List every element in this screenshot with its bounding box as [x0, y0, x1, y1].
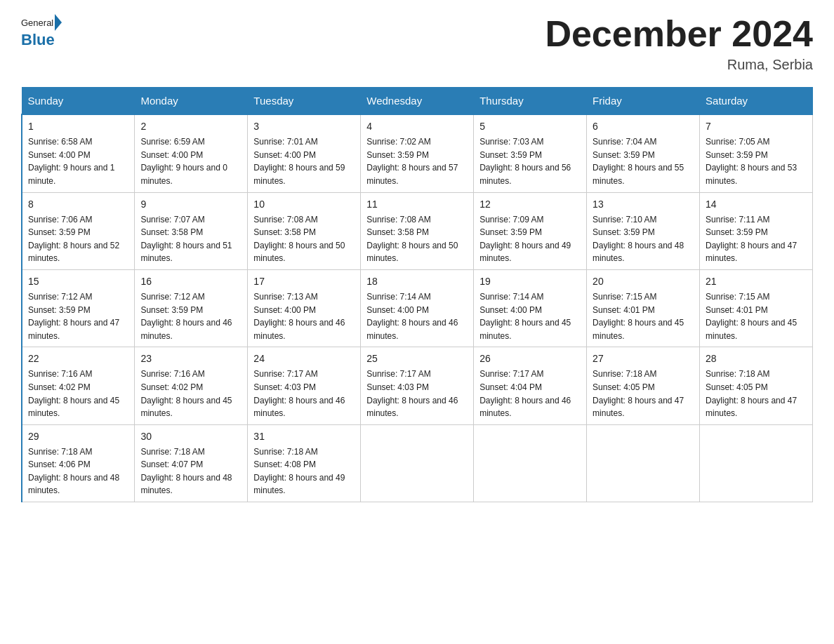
day-info: Sunrise: 7:13 AMSunset: 4:00 PMDaylight:… — [253, 290, 355, 342]
calendar-header-row: SundayMondayTuesdayWednesdayThursdayFrid… — [22, 88, 813, 115]
day-info: Sunrise: 7:04 AMSunset: 3:59 PMDaylight:… — [593, 135, 694, 187]
day-info: Sunrise: 7:17 AMSunset: 4:03 PMDaylight:… — [366, 368, 468, 420]
calendar-cell — [700, 424, 813, 502]
day-number: 29 — [28, 429, 128, 444]
day-number: 21 — [706, 274, 807, 289]
calendar-week-row: 1Sunrise: 6:58 AMSunset: 4:00 PMDaylight… — [22, 114, 813, 192]
day-number: 30 — [140, 429, 241, 444]
location-text: Ruma, Serbia — [545, 57, 813, 73]
day-number: 16 — [140, 274, 241, 289]
day-number: 13 — [593, 197, 694, 212]
day-info: Sunrise: 6:59 AMSunset: 4:00 PMDaylight:… — [140, 135, 241, 187]
day-number: 9 — [140, 197, 241, 212]
day-of-week-header: Monday — [135, 88, 248, 115]
day-info: Sunrise: 7:06 AMSunset: 3:59 PMDaylight:… — [28, 213, 128, 265]
calendar-cell: 14Sunrise: 7:11 AMSunset: 3:59 PMDayligh… — [700, 192, 813, 269]
calendar-cell: 10Sunrise: 7:08 AMSunset: 3:58 PMDayligh… — [248, 192, 361, 269]
day-info: Sunrise: 7:17 AMSunset: 4:04 PMDaylight:… — [479, 368, 581, 420]
calendar-cell: 21Sunrise: 7:15 AMSunset: 4:01 PMDayligh… — [700, 269, 813, 347]
day-number: 6 — [593, 119, 694, 134]
day-info: Sunrise: 7:09 AMSunset: 3:59 PMDaylight:… — [479, 213, 581, 265]
day-info: Sunrise: 7:10 AMSunset: 3:59 PMDaylight:… — [593, 213, 694, 265]
logo-blue-text: Blue — [21, 31, 55, 49]
calendar-week-row: 22Sunrise: 7:16 AMSunset: 4:02 PMDayligh… — [22, 347, 813, 424]
page-header: General Blue December 2024 Ruma, Serbia — [21, 14, 813, 73]
calendar-cell: 17Sunrise: 7:13 AMSunset: 4:00 PMDayligh… — [248, 269, 361, 347]
calendar-cell: 29Sunrise: 7:18 AMSunset: 4:06 PMDayligh… — [22, 424, 135, 502]
day-number: 15 — [28, 274, 128, 289]
day-number: 1 — [28, 119, 128, 134]
calendar-cell: 11Sunrise: 7:08 AMSunset: 3:58 PMDayligh… — [361, 192, 474, 269]
day-info: Sunrise: 7:11 AMSunset: 3:59 PMDaylight:… — [706, 213, 807, 265]
calendar-cell: 19Sunrise: 7:14 AMSunset: 4:00 PMDayligh… — [474, 269, 587, 347]
day-info: Sunrise: 7:18 AMSunset: 4:05 PMDaylight:… — [593, 368, 694, 420]
day-number: 4 — [366, 119, 468, 134]
day-info: Sunrise: 7:17 AMSunset: 4:03 PMDaylight:… — [253, 368, 355, 420]
day-of-week-header: Saturday — [700, 88, 813, 115]
day-number: 28 — [706, 351, 807, 366]
month-title: December 2024 — [545, 14, 813, 54]
calendar-cell: 15Sunrise: 7:12 AMSunset: 3:59 PMDayligh… — [22, 269, 135, 347]
day-number: 23 — [140, 351, 241, 366]
day-info: Sunrise: 7:03 AMSunset: 3:59 PMDaylight:… — [479, 135, 581, 187]
day-info: Sunrise: 7:07 AMSunset: 3:58 PMDaylight:… — [140, 213, 241, 265]
day-number: 8 — [28, 197, 128, 212]
day-info: Sunrise: 7:16 AMSunset: 4:02 PMDaylight:… — [28, 368, 128, 420]
day-number: 18 — [366, 274, 468, 289]
day-info: Sunrise: 7:12 AMSunset: 3:59 PMDaylight:… — [140, 290, 241, 342]
calendar-cell: 16Sunrise: 7:12 AMSunset: 3:59 PMDayligh… — [135, 269, 248, 347]
day-of-week-header: Friday — [587, 88, 700, 115]
day-number: 10 — [253, 197, 355, 212]
day-number: 11 — [366, 197, 468, 212]
calendar-cell: 25Sunrise: 7:17 AMSunset: 4:03 PMDayligh… — [361, 347, 474, 424]
day-info: Sunrise: 7:16 AMSunset: 4:02 PMDaylight:… — [140, 368, 241, 420]
day-info: Sunrise: 7:18 AMSunset: 4:06 PMDaylight:… — [28, 445, 128, 497]
calendar-cell: 30Sunrise: 7:18 AMSunset: 4:07 PMDayligh… — [135, 424, 248, 502]
day-number: 24 — [253, 351, 355, 366]
title-block: December 2024 Ruma, Serbia — [545, 14, 813, 73]
calendar-cell: 23Sunrise: 7:16 AMSunset: 4:02 PMDayligh… — [135, 347, 248, 424]
day-number: 22 — [28, 351, 128, 366]
day-info: Sunrise: 7:14 AMSunset: 4:00 PMDaylight:… — [366, 290, 468, 342]
calendar-cell: 12Sunrise: 7:09 AMSunset: 3:59 PMDayligh… — [474, 192, 587, 269]
calendar-cell: 7Sunrise: 7:05 AMSunset: 3:59 PMDaylight… — [700, 114, 813, 192]
calendar-cell: 2Sunrise: 6:59 AMSunset: 4:00 PMDaylight… — [135, 114, 248, 192]
logo-general-text: General — [21, 18, 53, 28]
day-number: 26 — [479, 351, 581, 366]
day-number: 7 — [706, 119, 807, 134]
day-info: Sunrise: 7:05 AMSunset: 3:59 PMDaylight:… — [706, 135, 807, 187]
day-number: 31 — [253, 429, 355, 444]
calendar-cell: 8Sunrise: 7:06 AMSunset: 3:59 PMDaylight… — [22, 192, 135, 269]
day-number: 5 — [479, 119, 581, 134]
calendar-cell: 6Sunrise: 7:04 AMSunset: 3:59 PMDaylight… — [587, 114, 700, 192]
calendar-cell: 3Sunrise: 7:01 AMSunset: 4:00 PMDaylight… — [248, 114, 361, 192]
calendar-cell: 13Sunrise: 7:10 AMSunset: 3:59 PMDayligh… — [587, 192, 700, 269]
day-number: 17 — [253, 274, 355, 289]
calendar-cell: 24Sunrise: 7:17 AMSunset: 4:03 PMDayligh… — [248, 347, 361, 424]
calendar-table: SundayMondayTuesdayWednesdayThursdayFrid… — [21, 87, 813, 502]
day-number: 19 — [479, 274, 581, 289]
calendar-cell: 22Sunrise: 7:16 AMSunset: 4:02 PMDayligh… — [22, 347, 135, 424]
calendar-week-row: 15Sunrise: 7:12 AMSunset: 3:59 PMDayligh… — [22, 269, 813, 347]
day-info: Sunrise: 7:15 AMSunset: 4:01 PMDaylight:… — [706, 290, 807, 342]
day-of-week-header: Sunday — [22, 88, 135, 115]
day-number: 3 — [253, 119, 355, 134]
calendar-week-row: 29Sunrise: 7:18 AMSunset: 4:06 PMDayligh… — [22, 424, 813, 502]
day-info: Sunrise: 7:08 AMSunset: 3:58 PMDaylight:… — [253, 213, 355, 265]
day-info: Sunrise: 7:18 AMSunset: 4:08 PMDaylight:… — [253, 445, 355, 497]
day-number: 12 — [479, 197, 581, 212]
logo: General Blue — [21, 14, 62, 49]
logo-arrow-icon — [55, 14, 62, 31]
day-number: 2 — [140, 119, 241, 134]
day-info: Sunrise: 6:58 AMSunset: 4:00 PMDaylight:… — [28, 135, 128, 187]
day-info: Sunrise: 7:12 AMSunset: 3:59 PMDaylight:… — [28, 290, 128, 342]
calendar-cell: 20Sunrise: 7:15 AMSunset: 4:01 PMDayligh… — [587, 269, 700, 347]
calendar-cell: 31Sunrise: 7:18 AMSunset: 4:08 PMDayligh… — [248, 424, 361, 502]
calendar-cell: 5Sunrise: 7:03 AMSunset: 3:59 PMDaylight… — [474, 114, 587, 192]
calendar-cell: 18Sunrise: 7:14 AMSunset: 4:00 PMDayligh… — [361, 269, 474, 347]
day-of-week-header: Wednesday — [361, 88, 474, 115]
day-number: 27 — [593, 351, 694, 366]
day-info: Sunrise: 7:18 AMSunset: 4:05 PMDaylight:… — [706, 368, 807, 420]
day-number: 20 — [593, 274, 694, 289]
calendar-cell: 1Sunrise: 6:58 AMSunset: 4:00 PMDaylight… — [22, 114, 135, 192]
